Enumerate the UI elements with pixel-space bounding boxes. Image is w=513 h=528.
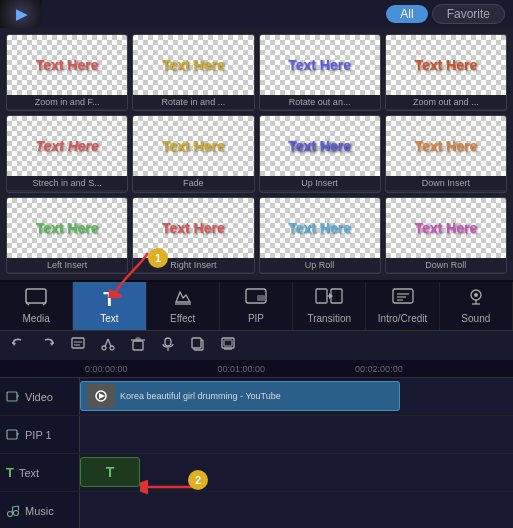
video-row: Video Korea beautiful girl drumming - Yo… bbox=[0, 378, 513, 416]
effect-card-9[interactable]: Text HereRight Insert bbox=[132, 197, 254, 274]
effect-label-9: Right Insert bbox=[133, 258, 253, 272]
export-button[interactable] bbox=[218, 334, 238, 357]
redo-button[interactable] bbox=[38, 334, 58, 357]
undo-button[interactable] bbox=[8, 334, 28, 357]
ruler-mark-1: 00:01:00:00 bbox=[218, 364, 266, 374]
svg-rect-37 bbox=[7, 392, 17, 401]
svg-point-45 bbox=[14, 510, 19, 515]
effect-label-6: Up Insert bbox=[260, 176, 380, 190]
intro-icon bbox=[392, 288, 414, 311]
svg-line-26 bbox=[108, 339, 111, 347]
pip1-row-content[interactable] bbox=[80, 416, 513, 453]
svg-marker-43 bbox=[17, 432, 19, 436]
tab-media-label: Media bbox=[23, 313, 50, 324]
effect-preview-1: Text Here bbox=[133, 35, 253, 95]
tab-sound-label: Sound bbox=[461, 313, 490, 324]
delete-button[interactable] bbox=[128, 334, 148, 357]
mic-button[interactable] bbox=[158, 334, 178, 357]
effect-label-10: Up Roll bbox=[260, 258, 380, 272]
effect-card-2[interactable]: Text HereRotate out an... bbox=[259, 34, 381, 111]
video-clip[interactable]: Korea beautiful girl drumming - YouTube bbox=[80, 381, 400, 411]
effect-text-11: Text Here bbox=[414, 220, 477, 236]
effect-preview-4: Text Here bbox=[7, 116, 127, 176]
svg-rect-30 bbox=[165, 338, 171, 346]
pip-icon bbox=[245, 288, 267, 311]
ruler-mark-0: 0:00:00:00 bbox=[85, 364, 128, 374]
effect-text-7: Text Here bbox=[414, 138, 477, 154]
tab-pip-label: PIP bbox=[248, 313, 264, 324]
music-row-content[interactable] bbox=[80, 492, 513, 528]
pip1-row-label: PIP 1 bbox=[0, 416, 80, 453]
text-clip[interactable]: T bbox=[80, 457, 140, 487]
tab-effect-label: Effect bbox=[170, 313, 195, 324]
effect-label-5: Fade bbox=[133, 176, 253, 190]
music-label-text: Music bbox=[25, 505, 54, 517]
video-clip-title: Korea beautiful girl drumming - YouTube bbox=[120, 391, 281, 401]
effect-label-3: Zoom out and ... bbox=[386, 95, 506, 109]
pip1-label-text: PIP 1 bbox=[25, 429, 52, 441]
svg-rect-35 bbox=[224, 340, 232, 346]
effect-preview-7: Text Here bbox=[386, 116, 506, 176]
tab-transition-label: Transition bbox=[307, 313, 351, 324]
all-tab-button[interactable]: All bbox=[386, 5, 427, 23]
effect-text-5: Text Here bbox=[162, 138, 225, 154]
transition-icon bbox=[315, 288, 343, 311]
tab-media[interactable]: Media bbox=[0, 282, 73, 330]
text-icon: T bbox=[103, 288, 115, 311]
svg-line-47 bbox=[13, 506, 19, 507]
cut-button[interactable] bbox=[98, 334, 118, 357]
media-icon bbox=[25, 288, 47, 311]
svg-rect-5 bbox=[257, 295, 265, 301]
tab-effect[interactable]: Effect bbox=[147, 282, 220, 330]
tab-sound[interactable]: Sound bbox=[440, 282, 513, 330]
video-row-content[interactable]: Korea beautiful girl drumming - YouTube bbox=[80, 378, 513, 415]
effects-grid: Text HereZoom in and F...Text HereRotate… bbox=[0, 28, 513, 280]
effect-text-9: Text Here bbox=[162, 220, 225, 236]
tab-intro[interactable]: Intro/Credit bbox=[366, 282, 439, 330]
text-row-content[interactable]: T bbox=[80, 454, 513, 491]
tab-pip[interactable]: PIP bbox=[220, 282, 293, 330]
sound-icon bbox=[465, 288, 487, 311]
text-row-label: T Text bbox=[0, 454, 80, 491]
effect-card-7[interactable]: Text HereDown Insert bbox=[385, 115, 507, 192]
effect-card-4[interactable]: Text HereStrech in and S... bbox=[6, 115, 128, 192]
effect-label-4: Strech in and S... bbox=[7, 176, 127, 190]
video-label-text: Video bbox=[25, 391, 53, 403]
effect-text-10: Text Here bbox=[288, 220, 351, 236]
effect-card-0[interactable]: Text HereZoom in and F... bbox=[6, 34, 128, 111]
effect-label-0: Zoom in and F... bbox=[7, 95, 127, 109]
effect-card-1[interactable]: Text HereRotate in and ... bbox=[132, 34, 254, 111]
svg-point-44 bbox=[8, 511, 13, 516]
top-filter-bar: All Favorite bbox=[0, 0, 513, 28]
effect-text-1: Text Here bbox=[162, 57, 225, 73]
effect-card-5[interactable]: Text HereFade bbox=[132, 115, 254, 192]
effect-preview-11: Text Here bbox=[386, 198, 506, 258]
copy-button[interactable] bbox=[188, 334, 208, 357]
effect-text-0: Text Here bbox=[36, 57, 99, 73]
tab-text[interactable]: T Text bbox=[73, 282, 146, 330]
text-row-icon: T bbox=[6, 465, 14, 480]
toolbar-tabs: Media T Text Effect PIP Transition bbox=[0, 280, 513, 330]
effect-card-11[interactable]: Text HereDown Roll bbox=[385, 197, 507, 274]
effect-card-10[interactable]: Text HereUp Roll bbox=[259, 197, 381, 274]
effect-text-4: Text Here bbox=[35, 138, 98, 154]
svg-rect-20 bbox=[72, 338, 84, 348]
effect-label-1: Rotate in and ... bbox=[133, 95, 253, 109]
favorite-tab-button[interactable]: Favorite bbox=[432, 4, 505, 24]
music-row-label: Music bbox=[0, 492, 80, 528]
ruler-mark-2: 00:02:00:00 bbox=[355, 364, 403, 374]
svg-line-25 bbox=[105, 339, 108, 347]
effect-card-3[interactable]: Text HereZoom out and ... bbox=[385, 34, 507, 111]
svg-rect-29 bbox=[136, 338, 140, 340]
effect-text-2: Text Here bbox=[288, 57, 351, 73]
effect-card-6[interactable]: Text HereUp Insert bbox=[259, 115, 381, 192]
effect-card-8[interactable]: Text HereLeft Insert bbox=[6, 197, 128, 274]
tab-transition[interactable]: Transition bbox=[293, 282, 366, 330]
effect-label-11: Down Roll bbox=[386, 258, 506, 272]
effect-preview-10: Text Here bbox=[260, 198, 380, 258]
effect-icon bbox=[172, 288, 194, 311]
edit-button[interactable] bbox=[68, 334, 88, 357]
effect-text-6: Text Here bbox=[288, 138, 351, 154]
text-label-text: Text bbox=[19, 467, 39, 479]
effect-preview-6: Text Here bbox=[260, 116, 380, 176]
